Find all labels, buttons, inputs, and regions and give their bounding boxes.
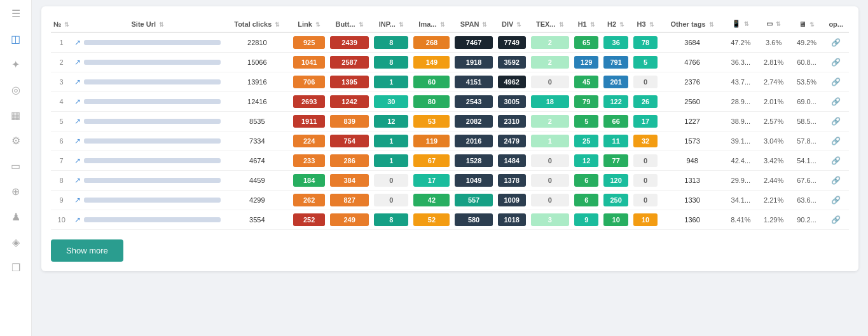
settings-icon[interactable]: ⚙ <box>9 133 23 147</box>
external-link-icon[interactable]: ↗ <box>74 176 81 185</box>
colored-cell: 67 <box>411 151 452 171</box>
colored-cell: 1009 <box>495 191 528 210</box>
options-link-icon[interactable]: 🔗 <box>831 176 841 185</box>
external-link-icon[interactable]: ↗ <box>74 156 81 165</box>
colored-cell: 42 <box>411 191 452 210</box>
sticker-icon[interactable]: ◈ <box>9 235 23 249</box>
options-cell[interactable]: 🔗 <box>823 53 849 72</box>
col-h1[interactable]: H1 ⇅ <box>572 16 601 32</box>
globe-icon[interactable]: ◎ <box>9 83 23 97</box>
site-url-cell: ↗ <box>72 53 223 72</box>
col-mobile[interactable]: 📱 ⇅ <box>724 16 757 32</box>
colored-cell: 2310 <box>495 112 528 131</box>
show-more-button[interactable]: Show more <box>51 239 123 262</box>
col-tablet[interactable]: ▭ ⇅ <box>757 16 790 32</box>
sidebar: ☰ ◫ ✦ ◎ ▦ ⚙ ▭ ⊕ ♟ ◈ ❒ <box>0 0 32 336</box>
col-image[interactable]: Ima... ⇅ <box>411 16 452 32</box>
external-link-icon[interactable]: ↗ <box>74 58 81 67</box>
colored-cell: 17 <box>411 171 452 191</box>
external-link-icon[interactable]: ↗ <box>74 77 81 86</box>
options-cell[interactable]: 🔗 <box>823 32 849 53</box>
mobile-pct-cell: 8.41% <box>724 210 757 230</box>
chart-icon[interactable]: ▦ <box>9 108 23 122</box>
colored-cell: 2693 <box>291 92 327 112</box>
colored-cell: 6 <box>572 191 601 210</box>
menu-icon[interactable]: ☰ <box>9 6 23 20</box>
options-link-icon[interactable]: 🔗 <box>831 137 841 145</box>
col-input[interactable]: INP... ⇅ <box>371 16 411 32</box>
options-cell[interactable]: 🔗 <box>823 72 849 92</box>
colored-cell: 2082 <box>452 112 495 131</box>
external-link-icon[interactable]: ↗ <box>74 38 81 47</box>
desktop-pct-cell: 67.6... <box>790 171 823 191</box>
tag-icon[interactable]: ✦ <box>9 57 23 71</box>
external-link-icon[interactable]: ↗ <box>74 97 81 106</box>
row-num: 6 <box>51 131 72 151</box>
col-div[interactable]: DIV ⇅ <box>495 16 528 32</box>
col-h3[interactable]: H3 ⇅ <box>631 16 660 32</box>
options-link-icon[interactable]: 🔗 <box>831 58 841 67</box>
total-clicks-cell: 4299 <box>223 191 291 210</box>
other-tags-cell: 1360 <box>660 210 724 230</box>
options-link-icon[interactable]: 🔗 <box>831 117 841 126</box>
colored-cell: 262 <box>291 191 327 210</box>
colored-cell: 122 <box>601 92 630 112</box>
colored-cell: 1018 <box>495 210 528 230</box>
col-h2[interactable]: H2 ⇅ <box>601 16 630 32</box>
external-link-icon[interactable]: ↗ <box>74 137 81 145</box>
copy-icon[interactable]: ❒ <box>9 260 23 274</box>
options-link-icon[interactable]: 🔗 <box>831 97 841 106</box>
col-desktop[interactable]: 🖥 ⇅ <box>790 16 823 32</box>
options-link-icon[interactable]: 🔗 <box>831 38 841 47</box>
col-span[interactable]: SPAN ⇅ <box>452 16 495 32</box>
col-total-clicks[interactable]: Total clicks ⇅ <box>223 16 291 32</box>
options-cell[interactable]: 🔗 <box>823 210 849 230</box>
other-tags-cell: 2376 <box>660 72 724 92</box>
colored-cell: 0 <box>528 72 572 92</box>
options-cell[interactable]: 🔗 <box>823 112 849 131</box>
total-clicks-cell: 4459 <box>223 171 291 191</box>
options-link-icon[interactable]: 🔗 <box>831 77 841 86</box>
layers-icon[interactable]: ◫ <box>9 32 23 46</box>
options-cell[interactable]: 🔗 <box>823 171 849 191</box>
options-link-icon[interactable]: 🔗 <box>831 156 841 165</box>
col-text[interactable]: TEX... ⇅ <box>528 16 572 32</box>
user-icon[interactable]: ♟ <box>9 210 23 224</box>
options-link-icon[interactable]: 🔗 <box>831 196 841 205</box>
mobile-pct-cell: 29.9... <box>724 171 757 191</box>
col-site-url[interactable]: Site Url ⇅ <box>72 16 223 32</box>
colored-cell: 10 <box>631 210 660 230</box>
external-link-icon[interactable]: ↗ <box>74 196 81 205</box>
tablet-pct-cell: 2.74% <box>757 72 790 92</box>
desktop-pct-cell: 69.0... <box>790 92 823 112</box>
site-url-cell: ↗ <box>72 112 223 131</box>
mobile-pct-cell: 34.1... <box>724 191 757 210</box>
colored-cell: 36 <box>601 32 630 53</box>
colored-cell: 18 <box>528 92 572 112</box>
folder-icon[interactable]: ▭ <box>9 159 23 173</box>
other-tags-cell: 1313 <box>660 171 724 191</box>
colored-cell: 1 <box>371 72 411 92</box>
external-link-icon[interactable]: ↗ <box>74 215 81 224</box>
options-cell[interactable]: 🔗 <box>823 92 849 112</box>
col-link[interactable]: Link ⇅ <box>291 16 327 32</box>
options-cell[interactable]: 🔗 <box>823 151 849 171</box>
total-clicks-cell: 7334 <box>223 131 291 151</box>
col-button[interactable]: Butt... ⇅ <box>327 16 371 32</box>
colored-cell: 1911 <box>291 112 327 131</box>
options-cell[interactable]: 🔗 <box>823 131 849 151</box>
colored-cell: 1242 <box>327 92 371 112</box>
options-cell[interactable]: 🔗 <box>823 191 849 210</box>
external-link-icon[interactable]: ↗ <box>74 117 81 126</box>
colored-cell: 2543 <box>452 92 495 112</box>
cart-icon[interactable]: ⊕ <box>9 184 23 198</box>
row-num: 1 <box>51 32 72 53</box>
col-num[interactable]: № ⇅ <box>51 16 72 32</box>
colored-cell: 224 <box>291 131 327 151</box>
col-other-tags[interactable]: Other tags ⇅ <box>660 16 724 32</box>
desktop-pct-cell: 53.5% <box>790 72 823 92</box>
colored-cell: 268 <box>411 32 452 53</box>
colored-cell: 827 <box>327 191 371 210</box>
options-link-icon[interactable]: 🔗 <box>831 215 841 224</box>
colored-cell: 0 <box>631 72 660 92</box>
